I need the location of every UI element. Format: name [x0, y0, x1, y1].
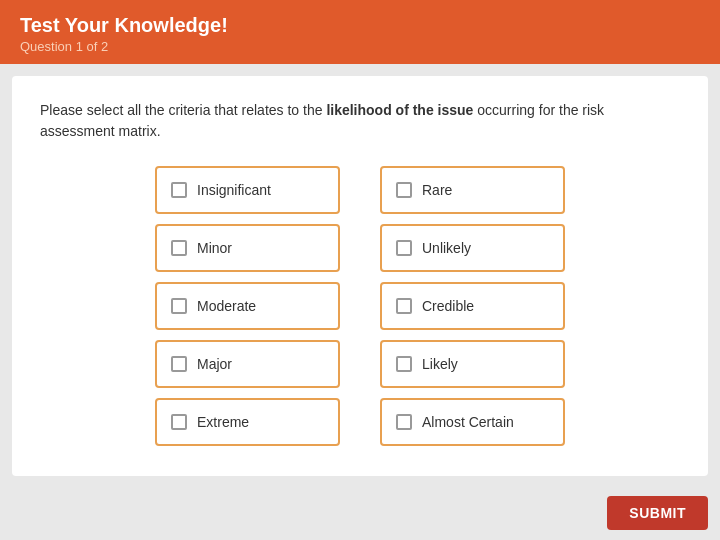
options-grid: InsignificantMinorModerateMajorExtreme R…: [40, 166, 680, 446]
left-option-1[interactable]: Minor: [155, 224, 340, 272]
right-option-3[interactable]: Likely: [380, 340, 565, 388]
question-text-bold: likelihood of the issue: [326, 102, 473, 118]
left-options-column: InsignificantMinorModerateMajorExtreme: [155, 166, 340, 446]
right-checkbox-3: [396, 356, 412, 372]
right-option-label-4: Almost Certain: [422, 414, 514, 430]
right-option-1[interactable]: Unlikely: [380, 224, 565, 272]
left-option-label-1: Minor: [197, 240, 232, 256]
left-checkbox-0: [171, 182, 187, 198]
left-checkbox-4: [171, 414, 187, 430]
right-option-label-3: Likely: [422, 356, 458, 372]
left-option-0[interactable]: Insignificant: [155, 166, 340, 214]
left-option-label-3: Major: [197, 356, 232, 372]
left-option-2[interactable]: Moderate: [155, 282, 340, 330]
right-option-label-2: Credible: [422, 298, 474, 314]
right-checkbox-2: [396, 298, 412, 314]
left-option-4[interactable]: Extreme: [155, 398, 340, 446]
left-option-3[interactable]: Major: [155, 340, 340, 388]
left-checkbox-3: [171, 356, 187, 372]
header: Test Your Knowledge! Question 1 of 2: [0, 0, 720, 64]
right-checkbox-0: [396, 182, 412, 198]
left-checkbox-2: [171, 298, 187, 314]
right-option-2[interactable]: Credible: [380, 282, 565, 330]
page-title: Test Your Knowledge!: [20, 14, 700, 37]
right-option-0[interactable]: Rare: [380, 166, 565, 214]
right-checkbox-4: [396, 414, 412, 430]
right-option-4[interactable]: Almost Certain: [380, 398, 565, 446]
question-text: Please select all the criteria that rela…: [40, 100, 680, 142]
left-option-label-0: Insignificant: [197, 182, 271, 198]
right-options-column: RareUnlikelyCredibleLikelyAlmost Certain: [380, 166, 565, 446]
right-checkbox-1: [396, 240, 412, 256]
submit-button[interactable]: SUBMIT: [607, 496, 708, 530]
right-option-label-1: Unlikely: [422, 240, 471, 256]
question-counter: Question 1 of 2: [20, 39, 700, 54]
left-option-label-2: Moderate: [197, 298, 256, 314]
left-checkbox-1: [171, 240, 187, 256]
right-option-label-0: Rare: [422, 182, 452, 198]
left-option-label-4: Extreme: [197, 414, 249, 430]
question-text-before: Please select all the criteria that rela…: [40, 102, 326, 118]
footer-bar: SUBMIT: [0, 488, 720, 540]
content-area: Please select all the criteria that rela…: [12, 76, 708, 476]
